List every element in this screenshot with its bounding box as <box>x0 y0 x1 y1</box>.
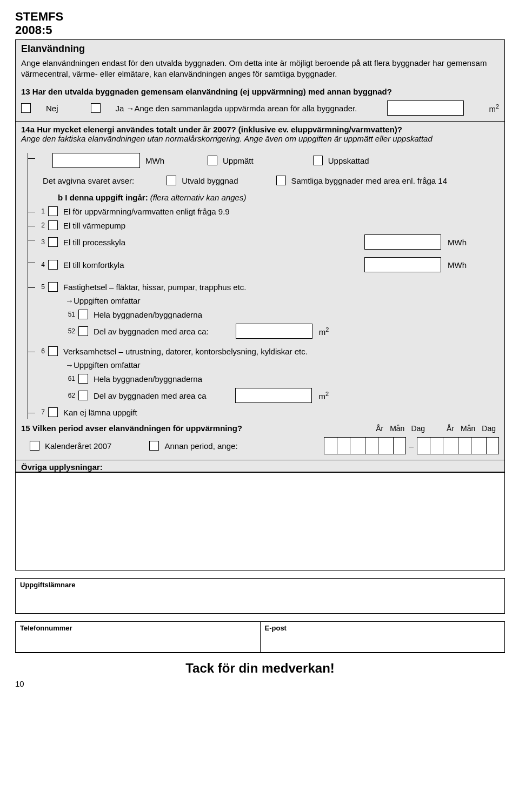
item61-label: Hela byggnaden/byggnaderna <box>94 374 202 384</box>
uppgiftslamnare-label: Uppgiftslämnare <box>20 581 500 589</box>
item2-num: 2 <box>35 222 45 229</box>
q15-annan-label: Annan period, ange: <box>164 441 237 451</box>
item7-checkbox[interactable] <box>48 407 58 417</box>
item7-num: 7 <box>35 408 45 416</box>
item1-num: 1 <box>35 207 45 215</box>
q15-date-from[interactable] <box>324 437 406 454</box>
q14a-mwh-row: MWh Uppmätt Uppskattad <box>35 153 499 168</box>
q13-area-input[interactable] <box>387 100 464 116</box>
item62-unit: m2 <box>318 391 329 401</box>
q15-kalender-label: Kalenderåret 2007 <box>45 441 111 451</box>
item2-checkbox[interactable] <box>48 220 58 230</box>
q14a-uppskattad-checkbox[interactable] <box>313 156 323 165</box>
thanks-text: Tack för din medverkan! <box>15 653 505 676</box>
item4-unit: MWh <box>448 260 467 270</box>
item3-num: 3 <box>35 238 45 246</box>
item51-checkbox[interactable] <box>78 310 88 319</box>
item61-checkbox[interactable] <box>78 374 88 384</box>
q14a-b-heading: b I denna uppgift ingår: <box>58 193 150 202</box>
q15-kalender-checkbox[interactable] <box>30 441 39 451</box>
q13-text: 13 Har den utvalda byggnaden gemensam el… <box>21 87 499 96</box>
item52-checkbox[interactable] <box>78 326 88 336</box>
item2-label: El till värmepump <box>63 221 125 230</box>
q14a-samtliga-checkbox[interactable] <box>276 176 286 185</box>
item6-num: 6 <box>35 347 45 355</box>
q14a-line1: 14a Hur mycket elenergi användes totalt … <box>21 125 499 134</box>
q14a-samtliga-label: Samtliga byggnader med area enl. fråga 1… <box>291 176 448 185</box>
intro-text: Ange elanvändningen endast för den utval… <box>21 58 499 80</box>
item3-label: El till processkyla <box>63 238 125 247</box>
q14a-svaret-label: Det avgivna svaret avser: <box>43 176 134 185</box>
item1-checkbox[interactable] <box>48 206 58 216</box>
q14a-uppskattad-label: Uppskattad <box>328 156 369 165</box>
q14a-b-heading-it: (flera alternativ kan anges) <box>150 193 247 202</box>
q13-nej-checkbox[interactable] <box>21 103 31 113</box>
q14a-line2: Ange den faktiska elanvändningen utan no… <box>21 134 499 143</box>
item61-num: 61 <box>65 375 75 382</box>
q15-date-headers: ÅrMånDag ÅrMånDag <box>372 424 499 433</box>
item3-unit: MWh <box>448 238 467 247</box>
item4-input[interactable] <box>364 257 441 272</box>
item3-checkbox[interactable] <box>48 237 58 247</box>
item51-num: 51 <box>65 311 75 318</box>
epost-label: E-post <box>265 624 501 632</box>
item62-checkbox[interactable] <box>78 391 88 400</box>
item5-omfattar: →Uppgiften omfattar <box>35 296 499 305</box>
item52-label: Del av byggnaden med area ca: <box>94 327 209 336</box>
q15-date-to[interactable] <box>417 437 499 454</box>
item6-checkbox[interactable] <box>48 346 58 356</box>
item52-unit: m2 <box>319 326 329 337</box>
q13-ja-label: Ja →Ange den sammanlagda uppvärmda arean… <box>116 104 357 113</box>
item62-label: Del av byggnaden med area ca <box>94 391 206 400</box>
q14a-utvald-label: Utvald byggnad <box>182 176 238 185</box>
item5-num: 5 <box>35 283 45 291</box>
q14a-uppmatt-label: Uppmätt <box>223 156 254 165</box>
telefon-label: Telefonnummer <box>20 624 256 632</box>
item62-num: 62 <box>65 392 75 399</box>
item52-input[interactable] <box>236 324 312 339</box>
q15-text: 15 Vilken period avser elanvändningen fö… <box>21 424 372 433</box>
item7-label: Kan ej lämna uppgift <box>63 408 137 417</box>
q14a-mwh-label: MWh <box>145 156 164 165</box>
q13-nej-label: Nej <box>46 104 58 113</box>
item52-num: 52 <box>65 327 75 335</box>
q14a-mwh-input[interactable] <box>52 153 140 168</box>
item6-label: Verksamhetsel – utrustning, datorer, kon… <box>63 347 308 356</box>
ovriga-input[interactable] <box>15 472 505 571</box>
q13-unit: m2 <box>489 103 499 113</box>
item1-label: El för uppvärmning/varmvatten enligt frå… <box>63 207 230 216</box>
item6-omfattar: →Uppgiften omfattar <box>35 360 499 370</box>
q14a-svaret-row: Det avgivna svaret avser: Utvald byggnad… <box>35 176 499 185</box>
item4-checkbox[interactable] <box>48 260 58 270</box>
page-number: 10 <box>15 679 505 688</box>
q14a-utvald-checkbox[interactable] <box>167 176 176 185</box>
panel-elanvandning: Elanvändning Ange elanvändningen endast … <box>15 39 505 122</box>
date-dash: – <box>406 441 417 451</box>
item3-input[interactable] <box>364 234 441 250</box>
q15-annan-checkbox[interactable] <box>149 441 159 451</box>
panel-q14a: 14a Hur mycket elenergi användes totalt … <box>15 121 505 460</box>
q14a-uppmatt-checkbox[interactable] <box>208 156 217 165</box>
section-title: Elanvändning <box>21 43 499 55</box>
item4-label: El till komfortkyla <box>63 260 124 270</box>
doc-code-line2: 2008:5 <box>15 23 505 37</box>
item4-num: 4 <box>35 261 45 269</box>
item62-input[interactable] <box>235 388 312 403</box>
item5-checkbox[interactable] <box>48 282 58 292</box>
doc-code-line1: STEMFS <box>15 10 505 23</box>
item5-label: Fastighetsel – fläktar, hissar, pumpar, … <box>63 283 247 292</box>
q13-ja-checkbox[interactable] <box>91 103 101 113</box>
item51-label: Hela byggnaden/byggnaderna <box>94 310 202 319</box>
